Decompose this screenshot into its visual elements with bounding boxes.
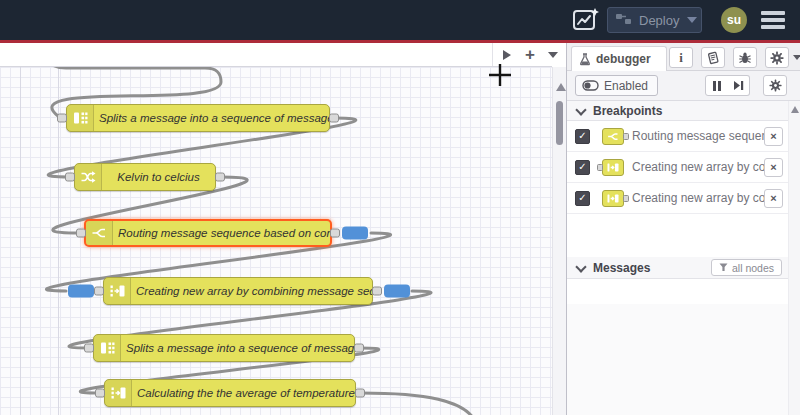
input-port[interactable] <box>57 114 67 123</box>
flow-node-join[interactable]: Creating new array by combining message … <box>103 277 373 305</box>
enabled-label: Enabled <box>604 79 648 93</box>
main-menu-icon[interactable] <box>761 11 785 29</box>
pause-button[interactable] <box>705 75 728 96</box>
info-icon: i <box>679 50 683 66</box>
filter-funnel-icon <box>719 263 728 272</box>
breakpoint-row: ✓ Creating new array by combining messag… <box>567 152 789 183</box>
deploy-options-chevron-icon[interactable] <box>687 17 697 23</box>
flow-node-split[interactable]: Splits a message into a sequence of mess… <box>93 334 355 362</box>
debug-bug-button[interactable] <box>733 47 757 68</box>
debugger-enabled-toggle[interactable]: Enabled <box>575 75 658 96</box>
join-icon <box>104 278 131 304</box>
breakpoint-label: Routing message sequence based on condit… <box>632 129 764 143</box>
scroll-up-arrow-icon[interactable] <box>791 106 799 113</box>
input-port[interactable] <box>65 173 75 182</box>
help-book-button[interactable] <box>701 47 725 68</box>
chevron-down-icon <box>575 104 586 115</box>
breakpoint-indicator[interactable] <box>342 227 368 240</box>
settings-button[interactable] <box>765 47 789 68</box>
remove-breakpoint-button[interactable]: × <box>764 127 783 146</box>
book-icon <box>706 51 720 65</box>
debug-sidebar: debugger i <box>566 43 800 415</box>
scrollbar-thumb[interactable] <box>556 101 563 145</box>
join-node-icon <box>600 159 626 176</box>
message-filter-button[interactable]: all nodes <box>711 259 782 276</box>
breakpoint-checkbox[interactable]: ✓ <box>575 160 590 175</box>
workspace-tab-strip: + <box>0 43 552 67</box>
input-port[interactable] <box>84 344 94 353</box>
messages-section-header[interactable]: Messages all nodes <box>567 257 800 279</box>
gear-icon <box>770 51 784 65</box>
output-port[interactable] <box>372 287 382 296</box>
node-label: Splits a message into a sequence of mess… <box>121 342 354 354</box>
input-port[interactable] <box>76 229 86 238</box>
sidebar-background <box>567 304 789 415</box>
breakpoint-label: Creating new array by combining message … <box>632 160 764 174</box>
switch-node-icon <box>600 128 626 145</box>
node-label: Routing message sequence based on condit… <box>113 227 330 239</box>
canvas-scrollbar[interactable] <box>552 67 566 415</box>
flow-canvas[interactable]: Splits a message into a sequence of mess… <box>0 67 552 415</box>
wire[interactable] <box>361 393 474 415</box>
flow-node-switch[interactable]: Routing message sequence based on condit… <box>84 219 332 247</box>
breakpoints-section-header[interactable]: Breakpoints <box>567 101 800 121</box>
sidebar-options-chevron-icon[interactable] <box>793 55 800 60</box>
split-icon <box>94 335 121 361</box>
breakpoint-row: ✓ Routing message sequence based on cond… <box>567 121 789 152</box>
chevron-down-icon <box>575 261 586 272</box>
deploy-node-icon <box>616 11 632 29</box>
deploy-button[interactable]: Deploy <box>607 7 702 33</box>
bug-icon <box>738 51 752 65</box>
breakpoint-checkbox[interactable]: ✓ <box>575 129 590 144</box>
input-port[interactable] <box>95 389 105 398</box>
remove-breakpoint-button[interactable]: × <box>764 158 783 177</box>
flow-node-split[interactable]: Splits a message into a sequence of mess… <box>66 104 330 132</box>
breakpoint-checkbox[interactable]: ✓ <box>575 191 590 206</box>
flow-list-chevron-icon[interactable] <box>542 43 564 66</box>
shuffle-icon <box>75 164 102 190</box>
output-port[interactable] <box>329 114 339 123</box>
breakpoint-row: ✓ Creating new array by combining messag… <box>567 183 789 214</box>
messages-title: Messages <box>593 261 650 275</box>
step-button[interactable] <box>727 75 750 96</box>
scroll-up-arrow-icon[interactable] <box>556 83 566 91</box>
join-node-icon <box>600 190 626 207</box>
debugger-toolbar: Enabled <box>567 71 800 101</box>
flask-icon <box>579 53 591 66</box>
tabstrip-divider <box>492 43 493 66</box>
sidebar-scrollbar[interactable] <box>788 101 800 415</box>
tab-debugger[interactable]: debugger <box>571 46 667 71</box>
node-label: Creating new array by combining message … <box>131 285 372 297</box>
pause-icon <box>713 81 716 91</box>
input-port[interactable] <box>94 287 104 296</box>
flow-chart-sparkle-icon[interactable] <box>572 7 600 37</box>
breakpoint-label: Creating new array by combining message … <box>632 191 764 205</box>
debugger-settings-button[interactable] <box>763 75 787 96</box>
scroll-tabs-right-icon[interactable] <box>496 43 518 66</box>
user-avatar[interactable]: su <box>721 7 747 33</box>
flow-node-change[interactable]: Kelvin to celcius <box>74 163 216 191</box>
sidebar-tab-row: debugger i <box>567 43 800 71</box>
add-flow-button[interactable]: + <box>519 43 541 66</box>
output-port[interactable] <box>354 344 364 353</box>
gear-icon <box>769 79 782 92</box>
output-port[interactable] <box>355 389 365 398</box>
node-label: Calculating the the average of temperatu… <box>132 387 355 399</box>
node-red-editor: Deploy su + <box>0 0 800 415</box>
breakpoint-indicator[interactable] <box>68 285 94 298</box>
join-icon <box>105 380 132 406</box>
plus-icon: + <box>525 46 535 63</box>
switch-icon <box>86 221 113 245</box>
messages-empty-list <box>567 279 789 305</box>
tab-label: debugger <box>596 52 651 66</box>
info-button[interactable]: i <box>669 47 693 68</box>
output-port[interactable] <box>215 173 225 182</box>
toggle-icon <box>582 80 599 91</box>
flow-node-join[interactable]: Calculating the the average of temperatu… <box>104 379 356 407</box>
split-icon <box>67 105 94 131</box>
remove-breakpoint-button[interactable]: × <box>764 189 783 208</box>
filter-label: all nodes <box>732 262 774 274</box>
breakpoint-indicator[interactable] <box>384 285 410 298</box>
app-header: Deploy su <box>0 0 800 40</box>
output-port[interactable] <box>330 229 340 238</box>
